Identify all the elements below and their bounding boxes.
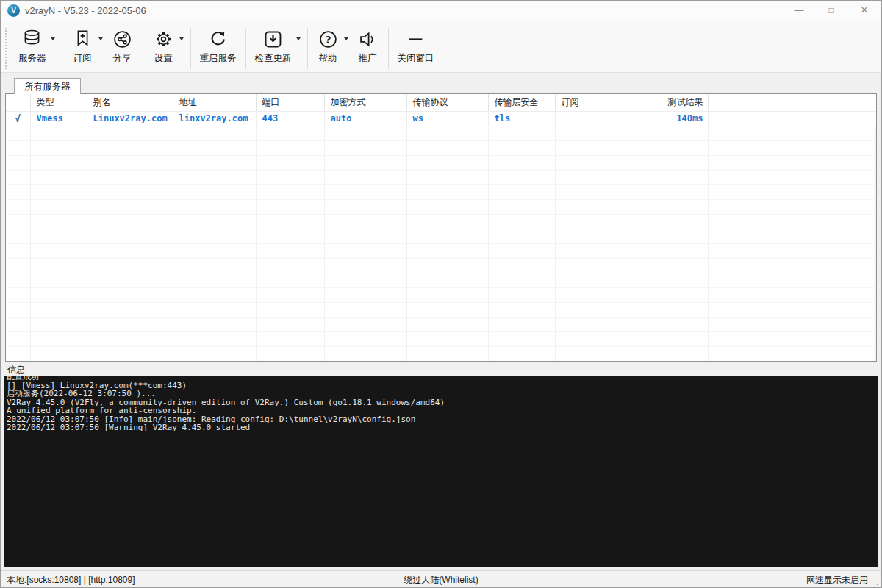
table-header-row: 类型 别名 地址 端口 加密方式 传输协议 传输层安全 订阅 测试结果 bbox=[6, 94, 876, 111]
dropdown-caret-icon bbox=[179, 37, 184, 40]
column-address[interactable]: 地址 bbox=[173, 94, 256, 111]
promotion-button[interactable]: 推广 bbox=[351, 27, 384, 66]
toolbar: 服务器 订阅 bbox=[1, 21, 881, 73]
empty-row bbox=[6, 184, 876, 199]
tab-all-servers[interactable]: 所有服务器 bbox=[14, 78, 81, 94]
help-button[interactable]: ? 帮助 bbox=[312, 27, 351, 66]
cell-type[interactable]: Vmess bbox=[30, 111, 87, 126]
servers-button[interactable]: 服务器 bbox=[13, 27, 58, 66]
settings-button-label: 设置 bbox=[154, 52, 173, 65]
empty-row bbox=[6, 331, 876, 346]
database-icon bbox=[21, 28, 43, 51]
restart-service-button[interactable]: 重启服务 bbox=[195, 27, 242, 66]
empty-row bbox=[6, 361, 876, 362]
toolbar-grip[interactable] bbox=[5, 28, 7, 69]
empty-row bbox=[6, 243, 876, 258]
subscription-button[interactable]: 订阅 bbox=[66, 27, 106, 66]
column-tls[interactable]: 传输层安全 bbox=[488, 94, 555, 111]
app-logo-icon: V bbox=[7, 4, 20, 17]
column-test-result[interactable]: 测试结果 bbox=[625, 94, 708, 111]
help-icon: ? bbox=[317, 28, 340, 51]
tab-strip: 所有服务器 bbox=[5, 78, 877, 94]
svg-text:?: ? bbox=[325, 34, 331, 46]
empty-row bbox=[6, 346, 876, 361]
gear-icon bbox=[152, 28, 175, 51]
dropdown-caret-icon bbox=[98, 37, 103, 40]
settings-button[interactable]: 设置 bbox=[147, 27, 187, 66]
toolbar-separator bbox=[307, 28, 308, 69]
dropdown-caret-icon bbox=[296, 37, 301, 40]
log-line: 启动服务(2022-06-12 3:07:50 )... bbox=[7, 390, 875, 398]
toolbar-separator bbox=[62, 28, 62, 69]
subscription-button-label: 订阅 bbox=[74, 52, 92, 65]
restart-service-button-label: 重启服务 bbox=[200, 52, 237, 65]
title-bar[interactable]: V v2rayN - V5.23 - 2022-05-06 — □ ✕ bbox=[1, 1, 881, 21]
toolbar-separator bbox=[388, 28, 389, 69]
cell-address[interactable]: linxv2ray.com bbox=[173, 111, 256, 126]
cell-subscription[interactable] bbox=[555, 111, 625, 126]
close-window-button[interactable]: 关闭窗口 bbox=[392, 27, 440, 66]
checkmark-icon[interactable]: √ bbox=[6, 111, 30, 126]
status-bar: 本地:[socks:10808] | [http:10809] 绕过大陆(Whi… bbox=[1, 570, 881, 588]
promotion-button-label: 推广 bbox=[359, 52, 377, 65]
empty-row bbox=[6, 214, 876, 229]
close-window-button-label: 关闭窗口 bbox=[398, 52, 434, 65]
servers-button-label: 服务器 bbox=[18, 52, 46, 65]
empty-row bbox=[6, 199, 876, 214]
restart-icon bbox=[207, 28, 229, 51]
window-title: v2rayN - V5.23 - 2022-05-06 bbox=[25, 1, 146, 21]
empty-row bbox=[6, 229, 876, 243]
column-transport[interactable]: 传输协议 bbox=[406, 94, 488, 111]
share-button-label: 分享 bbox=[113, 52, 132, 65]
column-select[interactable] bbox=[6, 94, 30, 111]
share-icon bbox=[111, 28, 134, 51]
dropdown-caret-icon bbox=[51, 37, 55, 40]
log-console[interactable]: 配置成功[] [Vmess] Linuxv2ray.com(***com:443… bbox=[4, 376, 878, 567]
cell-alias[interactable]: Linuxv2ray.com bbox=[87, 111, 173, 126]
column-port[interactable]: 端口 bbox=[256, 94, 324, 111]
help-button-label: 帮助 bbox=[319, 52, 337, 65]
cell-transport[interactable]: ws bbox=[406, 111, 488, 126]
server-row[interactable]: √ Vmess Linuxv2ray.com linxv2ray.com 443… bbox=[6, 111, 876, 126]
dropdown-caret-icon bbox=[344, 37, 348, 40]
bookmark-plus-icon bbox=[71, 28, 94, 51]
dash-icon bbox=[404, 28, 427, 51]
cell-encryption[interactable]: auto bbox=[324, 111, 406, 126]
empty-row bbox=[6, 170, 876, 184]
speaker-icon bbox=[356, 28, 379, 51]
column-encryption[interactable]: 加密方式 bbox=[324, 94, 406, 111]
empty-row bbox=[6, 126, 876, 140]
column-filler bbox=[708, 94, 876, 111]
cell-port[interactable]: 443 bbox=[256, 111, 324, 126]
empty-row bbox=[6, 273, 876, 287]
server-list: 类型 别名 地址 端口 加密方式 传输协议 传输层安全 订阅 测试结果 √ bbox=[5, 93, 877, 362]
check-update-button[interactable]: 检查更新 bbox=[250, 27, 304, 66]
info-panel-label: 信息 bbox=[7, 364, 25, 376]
log-line: 2022/06/12 03:07:50 [Warning] V2Ray 4.45… bbox=[7, 423, 875, 432]
empty-row bbox=[6, 302, 876, 317]
toolbar-separator bbox=[245, 28, 246, 69]
close-button[interactable]: ✕ bbox=[848, 1, 881, 21]
v2rayn-window: V v2rayN - V5.23 - 2022-05-06 — □ ✕ 服务器 bbox=[0, 0, 882, 588]
cell-test-result[interactable]: 140ms bbox=[625, 111, 708, 126]
netspeed-status: 网速显示未启用 bbox=[806, 571, 868, 588]
empty-row bbox=[6, 317, 876, 331]
check-update-button-label: 检查更新 bbox=[255, 52, 292, 65]
column-subscription[interactable]: 订阅 bbox=[555, 94, 625, 111]
share-button[interactable]: 分享 bbox=[106, 27, 139, 66]
empty-row bbox=[6, 155, 876, 170]
minimize-button[interactable]: — bbox=[783, 1, 815, 21]
workspace: 所有服务器 类型 别名 地址 端口 加密方式 传输协 bbox=[1, 73, 881, 587]
maximize-button[interactable]: □ bbox=[815, 1, 847, 21]
toolbar-separator bbox=[190, 28, 191, 69]
cell-tls[interactable]: tls bbox=[488, 111, 555, 126]
resize-grip-icon[interactable] bbox=[877, 584, 878, 585]
log-line: A unified platform for anti-censorship. bbox=[7, 406, 875, 415]
cell-filler bbox=[708, 111, 876, 126]
column-alias[interactable]: 别名 bbox=[87, 94, 173, 111]
routing-mode-status[interactable]: 绕过大陆(Whitelist) bbox=[1, 571, 881, 588]
download-icon bbox=[262, 28, 284, 51]
column-type[interactable]: 类型 bbox=[30, 94, 87, 111]
empty-row bbox=[6, 140, 876, 155]
empty-row bbox=[6, 287, 876, 302]
